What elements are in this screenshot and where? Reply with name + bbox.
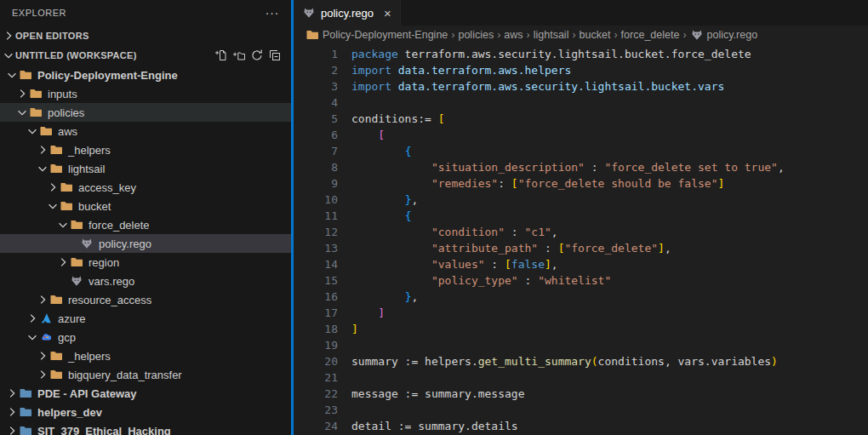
workspace-label: UNTITLED (WORKSPACE) (15, 50, 137, 60)
new-folder-icon[interactable] (231, 48, 247, 63)
tab-policy-rego[interactable]: policy.rego × (294, 0, 401, 26)
folder-icon (49, 368, 66, 381)
tree-item-label: helpers_dev (36, 406, 102, 419)
gcp-icon (39, 330, 56, 344)
tree-item-vars-rego[interactable]: vars.rego (0, 272, 291, 290)
chevron-right-icon (2, 29, 15, 43)
code-line-11: 11 { (294, 208, 868, 224)
folder-icon (39, 124, 56, 138)
code-editor[interactable]: 1package terraform.aws.security.lightsai… (294, 44, 868, 435)
breadcrumb-label: policies (458, 29, 494, 41)
line-number: 24 (294, 418, 338, 434)
line-number: 5 (294, 111, 338, 127)
tree-item-helpers-dev[interactable]: helpers_dev (0, 403, 291, 421)
open-editors-section[interactable]: OPEN EDITORS (0, 26, 291, 45)
code-text: detail := summary.details (338, 418, 518, 434)
twisty-spacer (56, 274, 70, 288)
chevron-right-icon[interactable] (46, 180, 60, 194)
chevron-down-icon[interactable] (56, 218, 70, 232)
breadcrumb-item-force-delete[interactable]: force_delete (621, 29, 680, 41)
breadcrumb: Policy-Deployment-Engine›policies›aws›li… (294, 26, 868, 44)
folder-icon (49, 293, 66, 306)
code-line-2: 2import data.terraform.aws.helpers (294, 62, 868, 78)
tree-item-region[interactable]: region (0, 253, 291, 272)
tree-item-label: policies (46, 106, 84, 119)
tree-item-label: _helpers (66, 144, 111, 157)
code-text: package terraform.aws.security.lightsail… (338, 46, 751, 62)
chevron-down-icon[interactable] (36, 162, 49, 175)
code-line-13: 13 "attribute_path" : ["force_delete"], (294, 240, 868, 256)
line-number: 15 (294, 272, 338, 289)
close-icon[interactable]: × (384, 6, 391, 20)
tree-item-azure[interactable]: azure (0, 309, 291, 328)
tree-item-access-key[interactable]: access_key (0, 178, 291, 197)
breadcrumb-item-bucket[interactable]: bucket (580, 29, 611, 41)
refresh-icon[interactable] (249, 48, 265, 63)
folder-icon (49, 162, 66, 175)
tree-item-force-delete[interactable]: force_delete (0, 215, 291, 234)
chevron-down-icon[interactable] (26, 124, 39, 138)
tree-item-policy-rego[interactable]: policy.rego (0, 234, 291, 253)
line-number: 16 (294, 289, 338, 305)
folder-icon (49, 143, 66, 157)
tree-item-sit-379-ethical-hacking[interactable]: SIT_379_Ethical_Hacking (0, 421, 291, 435)
new-file-icon[interactable] (214, 48, 229, 63)
chevron-right-icon[interactable] (5, 424, 19, 435)
folder-icon (49, 349, 66, 363)
tree-item-label: bigquery_data_transfer (66, 369, 182, 381)
tree-item-label: lightsail (66, 163, 105, 175)
chevron-down-icon[interactable] (26, 330, 39, 344)
chevron-down-icon[interactable] (46, 199, 60, 213)
folder-icon (19, 68, 36, 82)
collapse-all-icon[interactable] (267, 48, 283, 63)
chevron-down-icon[interactable] (5, 68, 19, 82)
tree-item-label: _helpers (66, 350, 111, 363)
tree-item-pde-api-gateway[interactable]: PDE - API Gateway (0, 384, 291, 403)
code-text: "values" : [false], (338, 256, 558, 272)
chevron-right-icon[interactable] (36, 293, 49, 306)
breadcrumb-item-lightsail[interactable]: lightsail (534, 29, 569, 41)
tree-item-resource-access[interactable]: resource_access (0, 290, 291, 309)
breadcrumb-item-policies[interactable]: policies (458, 29, 494, 41)
tree-item-label: aws (56, 125, 77, 138)
code-text: ] (338, 305, 385, 321)
tree-item-helpers[interactable]: _helpers (0, 140, 291, 159)
tab-title: policy.rego (321, 7, 374, 20)
tree-item-lightsail[interactable]: lightsail (0, 159, 291, 178)
breadcrumb-label: Policy-Deployment-Engine (323, 29, 448, 41)
tree-item-gcp[interactable]: gcp (0, 328, 291, 346)
code-line-23: 23 (294, 402, 868, 418)
code-line-24: 24detail := summary.details (294, 418, 868, 434)
breadcrumb-separator: › (451, 29, 454, 41)
tree-item-bigquery-data-transfer[interactable]: bigquery_data_transfer (0, 365, 291, 384)
chevron-right-icon[interactable] (36, 368, 49, 381)
breadcrumb-item-policy-deployment-engine[interactable]: Policy-Deployment-Engine (306, 28, 448, 42)
breadcrumb-item-policy-rego[interactable]: policy.rego (690, 28, 758, 42)
breadcrumb-separator: › (572, 29, 575, 41)
code-text: { (338, 208, 411, 224)
chevron-right-icon[interactable] (56, 255, 70, 269)
chevron-right-icon[interactable] (36, 349, 49, 363)
workspace-section[interactable]: UNTITLED (WORKSPACE) (0, 45, 291, 65)
tree-item-inputs[interactable]: inputs (0, 84, 291, 103)
tree-item-policy-deployment-engine[interactable]: Policy-Deployment-Engine (0, 66, 291, 84)
line-number: 22 (294, 386, 338, 402)
tree-item-label: force_delete (87, 219, 150, 232)
chevron-right-icon[interactable] (36, 143, 49, 157)
chevron-down-icon[interactable] (15, 106, 29, 119)
chevron-right-icon[interactable] (26, 312, 39, 325)
tree-item-bucket[interactable]: bucket (0, 197, 291, 215)
tree-item-label: SIT_379_Ethical_Hacking (36, 425, 171, 435)
tree-item-policies[interactable]: policies (0, 103, 291, 122)
folder-icon (306, 28, 319, 42)
breadcrumb-item-aws[interactable]: aws (504, 29, 523, 41)
chevron-right-icon[interactable] (5, 386, 19, 400)
more-actions-icon[interactable]: ··· (266, 9, 280, 17)
chevron-right-icon[interactable] (5, 405, 19, 419)
tree-item-helpers[interactable]: _helpers (0, 346, 291, 365)
chevron-right-icon[interactable] (15, 87, 29, 100)
line-number: 8 (294, 159, 338, 175)
code-line-1: 1package terraform.aws.security.lightsai… (294, 46, 868, 62)
line-number: 3 (294, 78, 338, 94)
tree-item-aws[interactable]: aws (0, 122, 291, 140)
